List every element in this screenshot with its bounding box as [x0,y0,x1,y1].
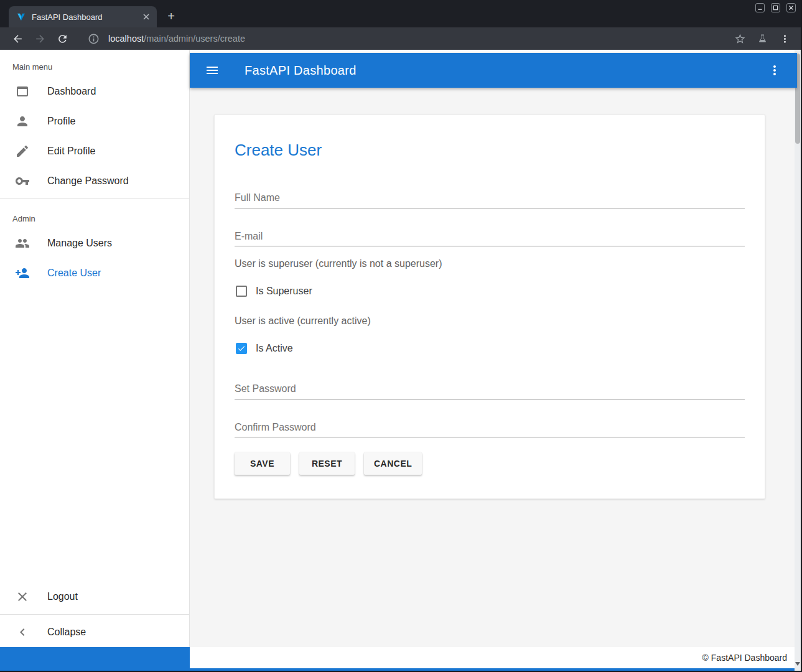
browser-tab[interactable]: FastAPI Dashboard [9,6,157,27]
minimize-button[interactable] [755,3,765,12]
sidebar-item-label: Manage Users [47,238,112,249]
person-add-icon [15,266,30,281]
labs-flask-icon[interactable] [755,31,770,46]
sidebar-item-label: Logout [47,591,78,602]
forward-icon[interactable] [32,31,47,46]
page-scrollbar[interactable] [795,50,801,672]
vuetify-favicon [16,12,26,22]
new-tab-button[interactable]: + [163,8,179,24]
sidebar-item-manage-users[interactable]: Manage Users [0,228,189,258]
form-buttons: SAVE RESET CANCEL [235,452,745,475]
reset-button[interactable]: RESET [299,452,355,475]
set-password-input[interactable] [235,385,745,399]
dashboard-icon [15,84,30,99]
url-text: localhost/main/admin/users/create [108,34,245,44]
key-icon [15,174,30,189]
set-password-field [235,383,745,399]
maximize-button[interactable] [771,3,780,12]
sidebar: Main menu Dashboard Profile Edit Profile… [0,50,190,647]
copyright-text: © FastAPI Dashboard [702,653,787,663]
sidebar-item-label: Profile [47,116,75,127]
window-controls [755,3,796,12]
sidebar-item-label: Dashboard [47,86,96,97]
scrollbar-down-arrow[interactable] [795,660,801,668]
hamburger-menu-icon[interactable] [205,63,220,78]
tab-title: FastAPI Dashboard [32,12,141,22]
site-info-icon[interactable] [86,31,101,46]
checkbox-label: Is Superuser [256,286,312,297]
email-input[interactable] [235,231,745,246]
url-host: localhost [108,34,144,44]
email-field [235,231,745,247]
chevron-left-icon [15,625,30,640]
bookmark-star-icon[interactable] [732,31,747,46]
person-icon [15,114,30,129]
active-hint: User is active (currently active) [235,314,745,329]
app-bar-menu-icon[interactable] [767,63,782,78]
full-name-field [235,192,745,208]
content-area: Create User User is superuser (currently… [190,88,797,499]
full-name-input[interactable] [235,194,745,208]
sidebar-item-label: Create User [47,268,101,279]
cancel-button[interactable]: CANCEL [364,452,422,475]
app-bar: FastAPI Dashboard [190,53,797,88]
tab-close-icon[interactable] [141,11,152,22]
sidebar-item-logout[interactable]: Logout [0,582,189,612]
browser-menu-icon[interactable] [777,31,792,46]
sidebar-item-create-user[interactable]: Create User [0,258,189,288]
is-active-checkbox[interactable]: Is Active [235,341,745,356]
sidebar-item-label: Collapse [47,627,86,638]
sidebar-divider [0,198,189,199]
pencil-icon [15,144,30,159]
app-bar-title: FastAPI Dashboard [245,63,357,78]
reload-icon[interactable] [55,31,70,46]
sidebar-item-change-password[interactable]: Change Password [0,166,189,196]
save-button[interactable]: SAVE [235,452,290,475]
page-title: Create User [235,139,745,161]
sidebar-item-label: Edit Profile [47,146,95,157]
close-window-button[interactable] [786,3,796,12]
confirm-password-input[interactable] [235,422,745,437]
is-superuser-checkbox[interactable]: Is Superuser [235,284,745,299]
browser-titlebar: FastAPI Dashboard + [0,0,802,27]
sidebar-item-collapse[interactable]: Collapse [0,617,189,647]
sidebar-divider [0,614,189,615]
footer-card: © FastAPI Dashboard [190,647,797,668]
sidebar-item-label: Change Password [47,175,129,187]
sidebar-item-profile[interactable]: Profile [0,106,189,136]
main-area: FastAPI Dashboard Create User User is su… [190,50,797,647]
sidebar-section-main: Main menu [0,50,189,77]
close-icon [15,589,30,604]
people-icon [15,236,30,251]
sidebar-item-edit-profile[interactable]: Edit Profile [0,136,189,166]
browser-toolbar: localhost/main/admin/users/create [0,27,802,50]
sidebar-bottom: Logout Collapse [0,582,189,647]
sidebar-item-dashboard[interactable]: Dashboard [0,77,189,106]
sidebar-section-admin: Admin [0,202,189,228]
confirm-password-field [235,422,745,438]
checkbox-label: Is Active [256,343,293,354]
back-icon[interactable] [10,31,25,46]
superuser-hint: User is superuser (currently is not a su… [235,256,745,271]
address-bar[interactable]: localhost/main/admin/users/create [78,30,724,47]
footer: © FastAPI Dashboard [0,647,797,672]
checkbox-icon [236,286,247,297]
url-path: /main/admin/users/create [144,34,245,44]
checkbox-icon [236,343,247,354]
create-user-card: Create User User is superuser (currently… [214,114,765,499]
